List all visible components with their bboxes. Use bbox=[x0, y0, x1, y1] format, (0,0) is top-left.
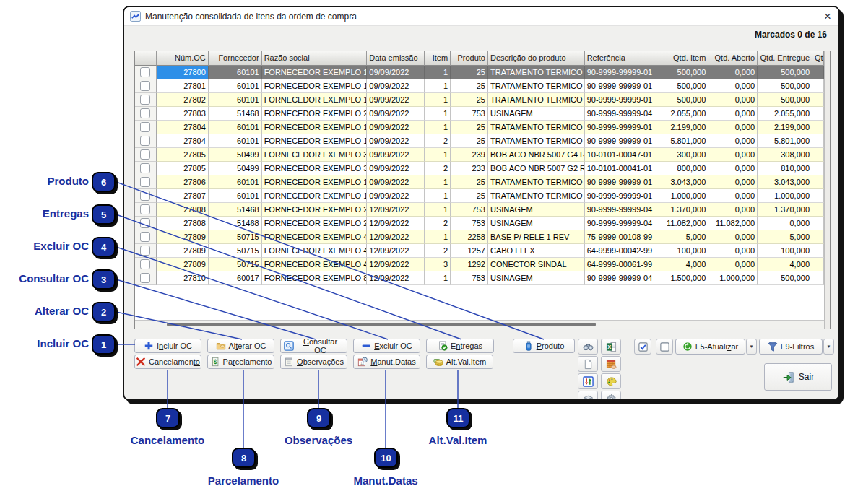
row-checkbox[interactable] bbox=[140, 232, 150, 242]
vertical-scrollbar[interactable] bbox=[824, 51, 830, 329]
row-checkbox-cell bbox=[135, 93, 157, 107]
f9-dropdown-button[interactable]: ▼ bbox=[823, 339, 834, 355]
column-header-referencia[interactable]: Referência bbox=[585, 51, 660, 66]
column-header-fornecedor[interactable]: Fornecedor bbox=[209, 51, 262, 66]
calc-sheet-hand-button[interactable] bbox=[601, 356, 621, 372]
marcar-todos-button[interactable] bbox=[634, 339, 651, 355]
cell: 27809 bbox=[157, 230, 209, 244]
table-row[interactable]: 2780760101FORNECEDOR EXEMPLO 109/09/2022… bbox=[135, 189, 824, 203]
table-row[interactable]: 2780660101FORNECEDOR EXEMPLO 109/09/2022… bbox=[135, 175, 824, 189]
row-checkbox[interactable] bbox=[140, 246, 150, 256]
row-checkbox[interactable] bbox=[140, 149, 150, 160]
observacoes-button[interactable]: Observações bbox=[280, 355, 347, 369]
row-checkbox[interactable] bbox=[140, 81, 150, 91]
palette-button[interactable] bbox=[601, 373, 621, 389]
column-header-check[interactable] bbox=[135, 51, 157, 66]
row-checkbox[interactable] bbox=[140, 259, 150, 269]
cell: FORNECEDOR EXEMPLO 2 bbox=[262, 107, 368, 121]
cell: 11.082,000 bbox=[708, 217, 758, 230]
row-checkbox[interactable] bbox=[140, 67, 150, 77]
cell: 2.199,000 bbox=[659, 121, 708, 134]
horizontal-scrollbar[interactable] bbox=[135, 320, 824, 329]
horizontal-scrollbar-thumb[interactable] bbox=[167, 323, 596, 326]
table-row[interactable]: 2781060017FORNECEDOR EXEMPLO 812/09/2022… bbox=[135, 271, 824, 285]
column-header-qtd_aberto[interactable]: Qtd. Aberto bbox=[708, 51, 758, 66]
table-row[interactable]: 2780060101FORNECEDOR EXEMPLO 109/09/2022… bbox=[135, 66, 824, 79]
f5-atualizar-button[interactable]: F5-Atualizar bbox=[675, 339, 745, 355]
cell: CONECTOR SINDAL bbox=[488, 258, 585, 271]
cell bbox=[812, 203, 824, 217]
cell: 0,000 bbox=[708, 258, 758, 271]
cancelamento-button[interactable]: Cancelamento bbox=[134, 355, 201, 369]
table-row[interactable]: 2780460101FORNECEDOR EXEMPLO 109/09/2022… bbox=[135, 121, 824, 134]
manut-datas-button[interactable]: 12Manut.Datas bbox=[353, 355, 420, 369]
alterar-oc-button[interactable]: Alterar OC bbox=[207, 339, 274, 353]
package-button[interactable] bbox=[578, 391, 598, 401]
cell: 233 bbox=[451, 162, 488, 175]
sair-button[interactable]: Sair bbox=[764, 363, 832, 391]
column-header-item[interactable]: Item bbox=[425, 51, 451, 66]
cell: FORNECEDOR EXEMPLO 1 bbox=[262, 79, 368, 93]
cell: 0,000 bbox=[708, 134, 758, 148]
cell: 0,000 bbox=[708, 230, 758, 244]
cell: 25 bbox=[451, 121, 488, 134]
alt-val-item-button[interactable]: Alt.Val.Item bbox=[426, 355, 493, 369]
row-checkbox[interactable] bbox=[140, 191, 150, 201]
row-checkbox[interactable] bbox=[140, 122, 150, 132]
column-header-produto[interactable]: Produto bbox=[451, 51, 488, 66]
table-row[interactable]: 2780160101FORNECEDOR EXEMPLO 109/09/2022… bbox=[135, 79, 824, 93]
gear-button[interactable] bbox=[601, 391, 621, 401]
binoculars-button[interactable] bbox=[578, 339, 598, 355]
table-row[interactable]: 2780260101FORNECEDOR EXEMPLO 109/09/2022… bbox=[135, 93, 824, 107]
produto-button[interactable]: Produto bbox=[513, 339, 575, 353]
table-row[interactable]: 2780851468FORNECEDOR EXEMPLO 212/09/2022… bbox=[135, 217, 824, 230]
row-checkbox[interactable] bbox=[140, 204, 150, 214]
table-row[interactable]: 2780550499FORNECEDOR EXEMPLO 309/09/2022… bbox=[135, 162, 824, 175]
callout-badge-8: 8 bbox=[232, 448, 256, 468]
row-checkbox[interactable] bbox=[140, 177, 150, 187]
cell: 753 bbox=[451, 217, 488, 230]
cell: FORNECEDOR EXEMPLO 2 bbox=[262, 217, 368, 230]
cell: CABO FLEX bbox=[488, 244, 585, 258]
row-checkbox[interactable] bbox=[140, 108, 150, 118]
parcelamento-button[interactable]: $Parcelamento bbox=[207, 355, 274, 369]
column-header-qtd_item[interactable]: Qtd. Item bbox=[659, 51, 708, 66]
column-header-qtd_entregue[interactable]: Qtd. Entregue bbox=[758, 51, 812, 66]
cell: 90-9999-99999-01 bbox=[585, 175, 660, 189]
cell: 500,000 bbox=[659, 66, 708, 79]
consultar-oc-button[interactable]: Consultar OC bbox=[280, 339, 347, 353]
excluir-oc-button[interactable]: Excluir OC bbox=[353, 339, 420, 353]
table-row[interactable]: 2780351468FORNECEDOR EXEMPLO 209/09/2022… bbox=[135, 107, 824, 121]
table-row[interactable]: 2780851468FORNECEDOR EXEMPLO 212/09/2022… bbox=[135, 203, 824, 217]
column-header-num_oc[interactable]: Núm.OC bbox=[157, 51, 209, 66]
updown-arrows-icon bbox=[583, 376, 594, 387]
cell: 90-9999-99999-04 bbox=[585, 203, 660, 217]
column-header-razao_social[interactable]: Razão social bbox=[262, 51, 368, 66]
cell: 12/09/2022 bbox=[367, 244, 425, 258]
updown-arrows-button[interactable] bbox=[578, 373, 598, 389]
table-row[interactable]: 2780950715FORNECEDOR EXEMPLO 412/09/2022… bbox=[135, 230, 824, 244]
row-checkbox[interactable] bbox=[140, 136, 150, 146]
blank-document-button[interactable] bbox=[578, 356, 598, 372]
row-checkbox[interactable] bbox=[140, 273, 150, 283]
column-header-data_emissao[interactable]: Data emissão bbox=[367, 51, 425, 66]
cell: 50715 bbox=[209, 230, 262, 244]
table-row[interactable]: 2780950715FORNECEDOR EXEMPLO 412/09/2022… bbox=[135, 258, 824, 271]
f5-dropdown-button[interactable]: ▼ bbox=[746, 339, 757, 355]
entregas-button[interactable]: Entregas bbox=[426, 339, 494, 353]
row-checkbox[interactable] bbox=[140, 95, 150, 105]
column-header-qt_cut[interactable]: Qt bbox=[812, 51, 824, 66]
close-icon[interactable]: × bbox=[824, 8, 831, 25]
row-checkbox[interactable] bbox=[140, 218, 150, 228]
excel-export-button[interactable]: X bbox=[601, 339, 621, 355]
page: Manutenção consolidada de itens da ordem… bbox=[0, 0, 850, 504]
cell: 27806 bbox=[157, 175, 209, 189]
column-header-descricao[interactable]: Descrição do produto bbox=[488, 51, 585, 66]
table-row[interactable]: 2780950715FORNECEDOR EXEMPLO 412/09/2022… bbox=[135, 244, 824, 258]
table-row[interactable]: 2780550499FORNECEDOR EXEMPLO 309/09/2022… bbox=[135, 148, 824, 162]
incluir-oc-button[interactable]: Incluir OC bbox=[134, 339, 201, 353]
desmarcar-todos-button[interactable] bbox=[656, 339, 673, 355]
table-row[interactable]: 2780460101FORNECEDOR EXEMPLO 109/09/2022… bbox=[135, 134, 824, 148]
f9-filtros-button[interactable]: F9-Filtros bbox=[759, 339, 823, 355]
row-checkbox[interactable] bbox=[140, 163, 150, 173]
